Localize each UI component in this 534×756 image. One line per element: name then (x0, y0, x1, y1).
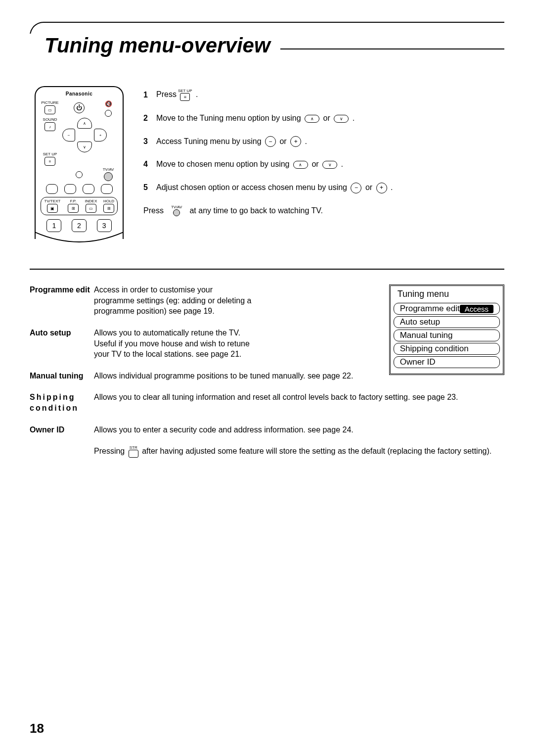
osd-item: Shipping condition (394, 343, 500, 355)
osd-item: Programme editAccess (394, 303, 500, 315)
label-index: INDEX (85, 199, 97, 203)
remote-bottom-curve (35, 232, 124, 246)
page-number: 18 (30, 721, 44, 736)
step-footer-before: Press (143, 205, 164, 216)
definition-desc: Allows you to clear all tuning informati… (94, 392, 504, 413)
osd-column: Tuning menu Programme editAccessAuto set… (389, 284, 504, 375)
step-row: 1PressSET UP≡ . (143, 89, 504, 101)
dpad-down: ∨ (77, 142, 92, 152)
up-icon: ∧ (293, 161, 308, 169)
osd-item: Manual tuning (394, 330, 500, 341)
footnote: Pressing STR after having adjusted some … (94, 446, 504, 458)
mute-icon: 🔇 (103, 98, 114, 109)
label-sound: SOUND (43, 118, 57, 122)
step-text: Move to the Tuning menu option by using … (156, 113, 355, 124)
definition-desc: Allows you to enter a security code and … (94, 425, 504, 435)
label-fp: F.P. (70, 199, 77, 203)
num-key-3: 3 (97, 219, 112, 232)
step-row: 3Access Tuning menu by using − or + . (143, 136, 504, 147)
label-tvav: TV/AV (103, 168, 114, 172)
step-footer-after: at any time to go back to watching TV. (189, 205, 323, 216)
top-section: Panasonic PICTURE ▭ ⏻ 🔇 SOUND ♪ ∧ ∨ (30, 86, 504, 239)
step-text: Access Tuning menu by using − or + . (156, 136, 307, 147)
num-key-2: 2 (72, 219, 87, 232)
lower-section: Programme editAccess in order to customi… (30, 284, 504, 458)
definition-term: Manual tun­ing (30, 371, 94, 381)
num-key-1: 1 (46, 219, 61, 232)
picture-button: ▭ (44, 105, 55, 114)
osd-item-label: Auto setup (400, 317, 440, 327)
step-row: 5Adjust chosen option or access chosen m… (143, 182, 504, 193)
definition-term: Owner ID (30, 425, 94, 435)
remote-brand: Panasonic (39, 91, 120, 96)
minus-icon: − (351, 183, 361, 193)
tvtext-button: ▣ (47, 204, 58, 213)
osd-item-label: Shipping condition (400, 344, 469, 354)
tvav-button (104, 172, 113, 181)
color-button (64, 184, 76, 194)
plus-icon: + (376, 183, 387, 193)
fp-button: ⊞ (68, 204, 79, 213)
osd-menu: Tuning menu Programme editAccessAuto set… (389, 284, 504, 375)
dpad-right: + (94, 129, 107, 142)
minus-icon: − (265, 136, 276, 147)
page-title: Tuning menu-overview (30, 34, 280, 57)
osd-item-badge: Access (460, 305, 493, 313)
tvav-icon: TV/AV (171, 205, 182, 216)
definition-desc: Allows you to automatically retune the T… (94, 328, 252, 360)
step-text: Adjust chosen option or access chosen me… (156, 182, 393, 193)
str-icon-label: STR (130, 446, 137, 450)
osd-title: Tuning menu (394, 289, 500, 301)
tvav-icon-label: TV/AV (171, 205, 182, 209)
plus-icon: + (290, 136, 301, 147)
dpad-left: − (62, 129, 75, 142)
teletext-row: TV/TEXT ▣ F.P. ⊞ INDEX ▭ HOLD ⊞ (41, 197, 118, 215)
osd-item: Owner ID (394, 356, 500, 368)
steps-column: 1PressSET UP≡ .2Move to the Tuning menu … (143, 86, 504, 239)
setup-icon: SET UP≡ (178, 89, 192, 101)
setup-button: ≡ (44, 157, 55, 166)
osd-item: Auto setup (394, 316, 500, 328)
definition-term: Auto setup (30, 328, 94, 360)
step-text: Move to chosen menu option by using ∧ or… (156, 159, 343, 170)
mute-button (105, 110, 112, 117)
step-text: PressSET UP≡ . (156, 89, 198, 101)
footnote-before: Pressing (94, 447, 127, 455)
step-number: 4 (143, 159, 150, 170)
color-button (101, 184, 113, 194)
sound-button: ♪ (44, 122, 55, 131)
section-divider (30, 269, 504, 270)
definition-desc: Access in order to customise your progra… (94, 284, 252, 317)
osd-item-label: Owner ID (400, 357, 436, 367)
dpad-up: ∧ (77, 118, 92, 129)
page-title-wrap: Tuning menu-overview (30, 20, 504, 71)
color-button (46, 184, 58, 194)
step-row: 2Move to the Tuning menu option by using… (143, 113, 504, 124)
osd-item-label: Manual tuning (400, 331, 453, 340)
color-button (83, 184, 94, 194)
step-number: 3 (143, 136, 150, 147)
step-number: 5 (143, 182, 150, 193)
definition-term: Programme edit (30, 284, 94, 317)
osd-item-label: Programme edit (400, 304, 460, 314)
number-row: 1 2 3 (42, 219, 117, 232)
power-button: ⏻ (74, 102, 85, 113)
down-icon: ∨ (334, 115, 349, 123)
index-button: ▭ (86, 204, 96, 213)
color-buttons-row (43, 184, 116, 194)
remote-column: Panasonic PICTURE ▭ ⏻ 🔇 SOUND ♪ ∧ ∨ (30, 86, 129, 239)
label-picture: PICTURE (41, 101, 58, 105)
label-hold: HOLD (103, 199, 114, 203)
hold-button: ⊞ (103, 204, 114, 213)
label-setup: SET UP (43, 152, 57, 156)
step-number: 2 (143, 113, 150, 124)
down-icon: ∨ (322, 161, 337, 169)
step-number: 1 (143, 90, 150, 100)
n-button (76, 171, 83, 178)
footnote-after: after having adjusted some feature will … (142, 447, 491, 455)
definition-term: Shipping condition (30, 392, 94, 413)
str-icon: STR (129, 446, 138, 458)
step-footer: Press TV/AV at any time to go back to wa… (143, 205, 504, 216)
remote-diagram: Panasonic PICTURE ▭ ⏻ 🔇 SOUND ♪ ∧ ∨ (35, 86, 124, 239)
up-icon: ∧ (305, 115, 319, 123)
